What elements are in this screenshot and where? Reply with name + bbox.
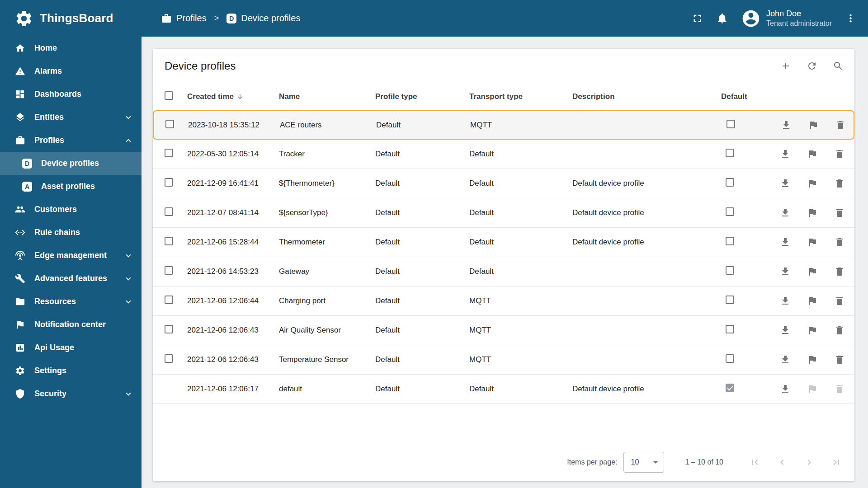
sidebar-item-entities[interactable]: Entities [0, 106, 142, 129]
sidebar-item-asset-profiles[interactable]: A Asset profiles [0, 175, 142, 198]
delete-profile-button[interactable] [834, 266, 845, 277]
row-checkbox[interactable] [165, 296, 173, 304]
sidebar-item-profiles[interactable]: Profiles [0, 129, 142, 152]
default-checkbox[interactable] [726, 149, 734, 157]
default-checkbox[interactable] [726, 296, 734, 304]
refresh-button[interactable] [807, 61, 817, 71]
breadcrumb-profiles[interactable]: Profiles [161, 13, 207, 24]
default-checkbox[interactable] [726, 178, 734, 187]
trash-icon [834, 149, 845, 160]
sidebar-item-device-profiles[interactable]: D Device profiles [0, 152, 142, 175]
delete-profile-button[interactable] [834, 237, 845, 248]
pagination-range-label: 1 – 10 of 10 [685, 458, 723, 466]
column-header-transport-type[interactable]: Transport type [469, 92, 572, 101]
sidebar-item-alarms[interactable]: Alarms [0, 60, 142, 83]
sidebar-item-customers[interactable]: Customers [0, 198, 142, 221]
table-row[interactable]: 2021-12-06 14:53:23 Gateway Default Defa… [153, 257, 854, 286]
first-page-button[interactable] [750, 457, 760, 468]
set-default-button[interactable] [807, 325, 818, 336]
column-header-name[interactable]: Name [279, 92, 375, 101]
export-profile-button[interactable] [780, 266, 791, 277]
previous-page-button[interactable] [777, 457, 788, 468]
sidebar-item-resources[interactable]: Resources [0, 290, 142, 313]
row-checkbox[interactable] [165, 120, 174, 128]
row-checkbox[interactable] [165, 149, 173, 157]
sidebar-item-home[interactable]: Home [0, 37, 142, 60]
set-default-button[interactable] [807, 237, 818, 248]
sidebar-item-api-usage[interactable]: Api Usage [0, 336, 142, 359]
column-header-created-time[interactable]: Created time [187, 92, 279, 101]
row-checkbox[interactable] [165, 207, 173, 216]
export-profile-button[interactable] [780, 178, 791, 189]
delete-profile-button[interactable] [834, 178, 845, 189]
delete-profile-button[interactable] [835, 120, 846, 131]
row-checkbox[interactable] [165, 354, 173, 363]
last-page-button[interactable] [831, 457, 842, 468]
notifications-button[interactable] [716, 12, 728, 24]
sidebar-item-advanced-features[interactable]: Advanced features [0, 267, 142, 290]
device-profiles-card: Device profiles [153, 49, 854, 481]
delete-profile-button[interactable] [834, 207, 845, 218]
default-checkbox[interactable] [726, 354, 734, 363]
table-row[interactable]: 2021-12-06 12:06:17 default Default Defa… [153, 375, 854, 404]
sidebar-item-security[interactable]: Security [0, 382, 142, 405]
export-profile-button[interactable] [780, 325, 791, 336]
cell-description: Default device profile [572, 179, 721, 188]
set-default-button[interactable] [807, 207, 818, 218]
row-checkbox[interactable] [165, 266, 173, 275]
table-row[interactable]: 2021-12-06 12:06:44 Charging port Defaul… [153, 286, 854, 316]
more-menu-button[interactable] [844, 12, 857, 24]
briefcase-icon [161, 13, 172, 24]
default-checkbox[interactable] [726, 207, 734, 216]
set-default-button[interactable] [808, 120, 819, 131]
set-default-button[interactable] [807, 296, 818, 306]
next-page-button[interactable] [804, 457, 815, 468]
default-checkbox[interactable] [726, 120, 735, 128]
items-per-page-select[interactable]: 10 [623, 452, 664, 473]
delete-profile-button[interactable] [834, 149, 845, 160]
set-default-button[interactable] [807, 354, 818, 365]
column-header-description[interactable]: Description [572, 92, 721, 101]
export-profile-button[interactable] [780, 296, 791, 306]
row-checkbox[interactable] [165, 178, 173, 187]
table-row[interactable]: 2021-12-06 12:06:43 Temperature Sensor D… [153, 345, 854, 375]
set-default-button[interactable] [807, 178, 818, 189]
export-profile-button[interactable] [780, 149, 791, 160]
delete-profile-button[interactable] [834, 296, 845, 306]
default-checkbox[interactable] [726, 237, 734, 245]
table-row[interactable]: 2021-12-06 12:06:43 Air Quality Sensor D… [153, 316, 854, 345]
export-profile-button[interactable] [780, 207, 791, 218]
delete-profile-button[interactable] [834, 325, 845, 336]
export-profile-button[interactable] [780, 354, 791, 365]
row-checkbox[interactable] [165, 237, 173, 245]
default-checkbox[interactable] [726, 325, 734, 333]
breadcrumb-device-profiles[interactable]: D Device profiles [226, 13, 300, 23]
add-device-profile-button[interactable] [780, 61, 791, 71]
user-menu[interactable]: John Doe Tenant administrator [741, 9, 832, 28]
search-button[interactable] [833, 61, 844, 71]
table-row[interactable]: 2021-12-07 08:41:14 ${sensorType} Defaul… [153, 198, 854, 228]
row-checkbox[interactable] [165, 325, 173, 333]
column-header-default[interactable]: Default [721, 92, 780, 101]
set-default-button[interactable] [807, 149, 818, 160]
select-all-checkbox[interactable] [165, 91, 173, 100]
sidebar-item-dashboards[interactable]: Dashboards [0, 83, 142, 106]
delete-profile-button[interactable] [834, 354, 845, 365]
export-profile-button[interactable] [780, 384, 791, 394]
table-row[interactable]: 2023-10-18 15:35:12 ACE routers Default … [153, 110, 854, 140]
set-default-button[interactable] [807, 266, 818, 277]
column-header-profile-type[interactable]: Profile type [375, 92, 469, 101]
sidebar-item-label: Customers [34, 205, 77, 214]
sidebar-item-rule-chains[interactable]: Rule chains [0, 221, 142, 244]
fullscreen-button[interactable] [691, 12, 703, 24]
table-row[interactable]: 2021-12-09 16:41:41 ${Thermometer} Defau… [153, 169, 854, 198]
app-logo[interactable]: ThingsBoard [0, 0, 142, 37]
export-profile-button[interactable] [780, 237, 791, 248]
sidebar-item-settings[interactable]: Settings [0, 359, 142, 382]
export-profile-button[interactable] [781, 120, 792, 131]
sidebar-item-notification-center[interactable]: Notification center [0, 313, 142, 336]
default-checkbox[interactable] [726, 266, 734, 275]
table-row[interactable]: 2022-05-30 12:05:14 Tracker Default Defa… [153, 140, 854, 169]
sidebar-item-edge-management[interactable]: Edge management [0, 244, 142, 267]
table-row[interactable]: 2021-12-06 15:28:44 Thermometer Default … [153, 228, 854, 257]
